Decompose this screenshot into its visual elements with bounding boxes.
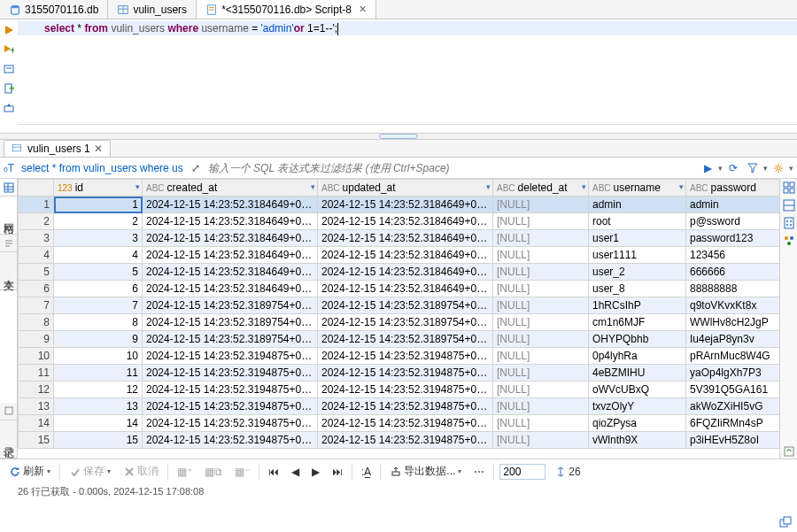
table-row[interactable]: 442024-12-15 14:23:52.3184649+08:002024-… [19,247,780,264]
column-menu-icon[interactable]: ▾ [486,182,491,191]
explain-icon[interactable] [2,62,16,76]
cell-password[interactable]: 123456 [686,247,780,264]
table-row[interactable]: 222024-12-15 14:23:52.3184649+08:002024-… [19,213,780,230]
cell-created_at[interactable]: 2024-12-15 14:23:52.3184649+08:00 [143,230,318,247]
row-number-cell[interactable]: 6 [19,281,54,297]
table-row[interactable]: 992024-12-15 14:23:52.3189754+08:002024-… [19,331,780,348]
cell-id[interactable]: 12 [54,382,143,398]
table-row[interactable]: 552024-12-15 14:23:52.3184649+08:002024-… [19,264,780,281]
row-number-cell[interactable]: 4 [19,247,54,264]
cell-updated_at[interactable]: 2024-12-15 14:23:52.3194875+08:00 [318,432,493,449]
cell-deleted_at[interactable]: [NULL] [493,264,589,281]
cell-password[interactable]: 6FQZIiRMn4sP [686,415,780,432]
cell-created_at[interactable]: 2024-12-15 14:23:52.3194875+08:00 [143,348,318,365]
cell-created_at[interactable]: 2024-12-15 14:23:52.3189754+08:00 [143,331,318,348]
cell-updated_at[interactable]: 2024-12-15 14:23:52.3189754+08:00 [318,314,493,331]
table-row[interactable]: 11112024-12-15 14:23:52.3194875+08:00202… [19,365,780,382]
row-number-cell[interactable]: 10 [19,348,54,365]
record-mode-icon[interactable] [0,403,17,420]
cell-created_at[interactable]: 2024-12-15 14:23:52.3184649+08:00 [143,213,318,230]
delete-row-icon[interactable]: ▦⁻ [231,464,253,480]
text-format-icon[interactable]: :A̲ [358,464,375,480]
table-row[interactable]: 112024-12-15 14:23:52.3184649+08:002024-… [19,197,780,213]
cell-password[interactable]: q9toVKvxKt8x [686,297,780,314]
cell-username[interactable]: qioZPysa [589,415,686,432]
table-row[interactable]: 12122024-12-15 14:23:52.3194875+08:00202… [19,382,780,398]
cell-updated_at[interactable]: 2024-12-15 14:23:52.3184649+08:00 [318,213,493,230]
cell-created_at[interactable]: 2024-12-15 14:23:52.3184649+08:00 [143,247,318,264]
table-row[interactable]: 13132024-12-15 14:23:52.3194875+08:00202… [19,398,780,415]
grid-mode-icon[interactable] [0,179,17,197]
cell-created_at[interactable]: 2024-12-15 14:23:52.3184649+08:00 [143,197,318,213]
cell-deleted_at[interactable]: [NULL] [493,415,589,432]
cell-updated_at[interactable]: 2024-12-15 14:23:52.3194875+08:00 [318,365,493,382]
duplicate-row-icon[interactable]: ▦⧉ [201,464,226,480]
horizontal-scrollbar[interactable] [18,124,797,133]
cell-updated_at[interactable]: 2024-12-15 14:23:52.3189754+08:00 [318,297,493,314]
cell-updated_at[interactable]: 2024-12-15 14:23:52.3194875+08:00 [318,398,493,415]
cell-created_at[interactable]: 2024-12-15 14:23:52.3184649+08:00 [143,281,318,297]
cell-deleted_at[interactable]: [NULL] [493,197,589,213]
column-menu-icon[interactable]: ▾ [679,182,684,191]
cell-deleted_at[interactable]: [NULL] [493,247,589,264]
cell-password[interactable]: 88888888 [686,281,780,297]
cell-created_at[interactable]: 2024-12-15 14:23:52.3189754+08:00 [143,297,318,314]
cell-username[interactable]: user1111 [589,247,686,264]
cancel-button[interactable]: 取消 [120,462,162,481]
cell-password[interactable]: p3iHEvH5Z8oI [686,432,780,449]
row-number-cell[interactable]: 7 [19,297,54,314]
row-number-cell[interactable]: 15 [19,432,54,449]
sql-code-line[interactable]: select * from vulin_users where username… [39,21,797,35]
detach-icon[interactable] [779,516,792,528]
cell-username[interactable]: 1hRCsIhP [589,297,686,314]
cell-username[interactable]: vWlnth9X [589,432,686,449]
cell-id[interactable]: 3 [54,230,143,247]
cell-id[interactable]: 7 [54,297,143,314]
cell-id[interactable]: 5 [54,264,143,281]
tab-table[interactable]: vulin_users [108,0,197,19]
load-icon[interactable] [2,101,16,115]
table-row[interactable]: 332024-12-15 14:23:52.3184649+08:002024-… [19,230,780,247]
save-button[interactable]: 保存▾ [66,462,114,481]
cell-deleted_at[interactable]: [NULL] [493,281,589,297]
cell-id[interactable]: 4 [54,247,143,264]
cell-deleted_at[interactable]: [NULL] [493,213,589,230]
cell-password[interactable]: akWoZXiHI5vG [686,398,780,415]
page-size-input[interactable] [499,464,546,480]
cell-deleted_at[interactable]: [NULL] [493,314,589,331]
cell-username[interactable]: root [589,213,686,230]
cell-id[interactable]: 14 [54,415,143,432]
corner-cell[interactable] [19,180,54,197]
cell-created_at[interactable]: 2024-12-15 14:23:52.3194875+08:00 [143,365,318,382]
data-grid[interactable]: 123id▾ABCcreated_at▾ABCupdated_at▾ABCdel… [18,179,779,449]
column-header-id[interactable]: 123id▾ [54,180,143,197]
execute-icon[interactable] [2,23,16,37]
execute-plus-icon[interactable]: + [2,42,16,57]
cell-username[interactable]: user1 [589,230,686,247]
column-header-updated_at[interactable]: ABCupdated_at▾ [318,180,493,197]
cell-id[interactable]: 11 [54,365,143,382]
column-header-username[interactable]: ABCusername▾ [589,180,686,197]
export-button[interactable]: 导出数据...▾ [386,462,465,481]
table-row[interactable]: 882024-12-15 14:23:52.3189754+08:002024-… [19,314,780,331]
row-number-cell[interactable]: 14 [19,415,54,432]
tab-db-file[interactable]: 3155070116.db [0,0,108,19]
table-row[interactable]: 772024-12-15 14:23:52.3189754+08:002024-… [19,297,780,314]
cell-created_at[interactable]: 2024-12-15 14:23:52.3194875+08:00 [143,415,318,432]
cell-deleted_at[interactable]: [NULL] [493,398,589,415]
cell-updated_at[interactable]: 2024-12-15 14:23:52.3189754+08:00 [318,331,493,348]
refresh-button[interactable]: 刷新▾ [5,462,54,481]
cell-deleted_at[interactable]: [NULL] [493,297,589,314]
column-menu-icon[interactable]: ▾ [135,182,140,191]
cell-password[interactable]: yaOp4lgXh7P3 [686,365,780,382]
cell-updated_at[interactable]: 2024-12-15 14:23:52.3184649+08:00 [318,197,493,213]
cell-password[interactable]: 666666 [686,264,780,281]
grouping-icon[interactable] [782,234,796,248]
result-tab[interactable]: vulin_users 1 ✕ [4,140,111,157]
sql-editor[interactable]: select * from vulin_users where username… [18,19,797,133]
sql-toggle-icon[interactable]: ₀T [0,159,18,177]
grid-mode-tab[interactable]: 网格 [0,197,17,235]
cell-updated_at[interactable]: 2024-12-15 14:23:52.3184649+08:00 [318,281,493,297]
column-menu-icon[interactable]: ▾ [582,182,586,191]
row-number-cell[interactable]: 11 [19,365,54,382]
